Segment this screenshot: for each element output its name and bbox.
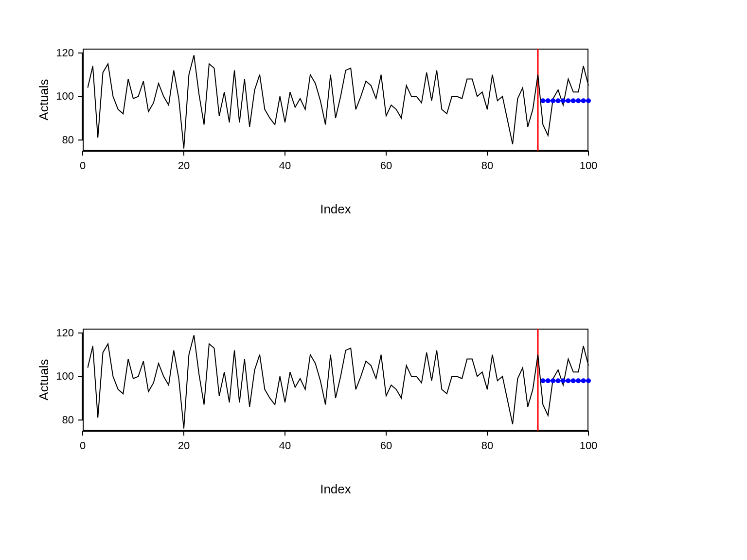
series-point-forecast [546,378,551,383]
x-tick-label: 60 [380,159,392,172]
series-point-forecast [586,378,591,383]
y-tick-label: 80 [62,414,74,426]
x-tick-label: 60 [380,439,392,452]
y-axis-label: Actuals [36,49,52,151]
series-point-forecast [581,378,586,383]
x-tick [82,431,83,436]
x-tick [386,151,387,156]
x-tick-label: 20 [178,439,190,452]
x-tick-label: 0 [80,159,86,172]
y-axis-label: Actuals [36,329,52,431]
x-tick [588,431,589,436]
series-point-forecast [551,98,555,103]
series-point-forecast [576,378,581,383]
x-axis-label: Index [83,482,588,497]
x-tick [487,151,488,156]
x-tick-label: 80 [481,159,493,172]
page: 02040608010080100120IndexActuals 0204060… [0,0,747,560]
x-tick [588,151,589,156]
x-tick [183,151,184,156]
series-point-forecast [540,98,545,103]
plot-svg [0,0,747,280]
y-tick-label: 80 [62,134,74,146]
x-tick-label: 0 [80,439,86,452]
x-tick [487,431,488,436]
x-tick [285,151,285,156]
x-tick [183,431,184,436]
x-axis-line [83,151,588,152]
x-tick-label: 40 [279,439,291,452]
chart-panel-1: 02040608010080100120IndexActuals [0,0,747,280]
series-point-forecast [540,378,545,383]
y-tick-label: 120 [56,327,74,339]
y-tick-label: 100 [56,90,74,103]
series-point-forecast [571,378,576,383]
y-tick-label: 100 [56,370,74,383]
series-point-forecast [561,98,566,103]
x-tick [285,431,285,436]
series-point-forecast [556,378,561,383]
series-line-actuals [88,55,588,148]
series-point-forecast [566,98,570,103]
y-tick-label: 120 [56,47,74,59]
series-point-forecast [581,98,586,103]
x-tick-label: 80 [481,439,493,452]
series-point-forecast [576,98,581,103]
series-point-forecast [551,378,555,383]
series-point-forecast [586,98,591,103]
x-tick [82,151,83,156]
series-point-forecast [561,378,566,383]
x-tick [386,431,387,436]
y-tick [78,96,83,97]
x-axis-label: Index [83,202,588,217]
x-tick-label: 100 [580,159,598,172]
chart-panel-2: 02040608010080100120IndexActuals [0,280,747,560]
series-point-forecast [566,378,570,383]
series-line-actuals [88,335,588,428]
series-point-forecast [556,98,561,103]
y-tick [78,376,83,377]
y-tick [78,140,83,140]
x-axis-line [83,431,588,432]
x-tick-label: 20 [178,159,190,172]
y-tick [78,420,83,420]
x-tick-label: 40 [279,159,291,172]
y-tick [78,52,83,53]
x-tick-label: 100 [580,439,598,452]
y-tick [78,332,83,333]
series-point-forecast [546,98,551,103]
series-point-forecast [571,98,576,103]
plot-svg [0,280,747,560]
